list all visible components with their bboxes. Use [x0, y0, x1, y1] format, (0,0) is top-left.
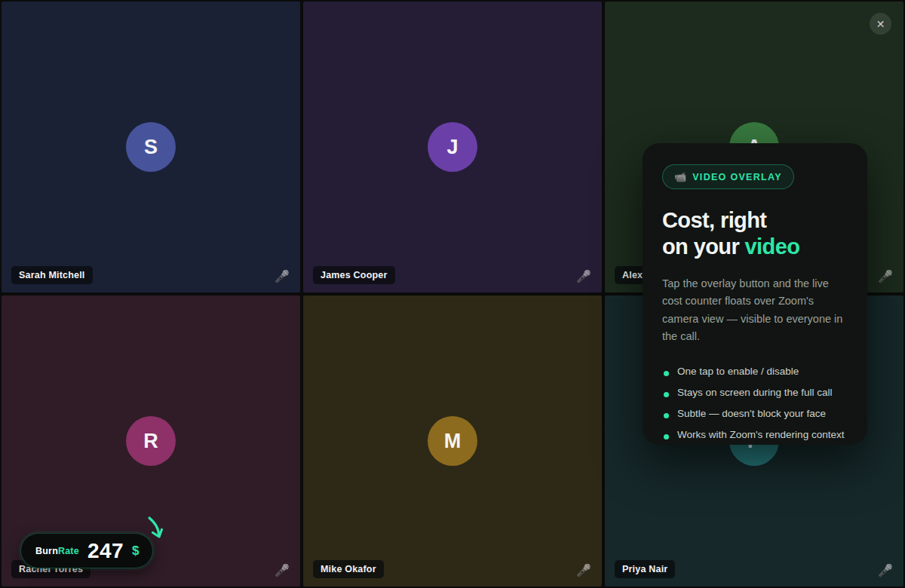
avatar: R — [126, 416, 176, 466]
burn-rate-brand: BurnRate — [35, 546, 79, 556]
participant-tile-sarah[interactable]: S Sarah Mitchell 🎤 — [2, 2, 300, 292]
participant-name-label: Mike Okafor — [313, 560, 384, 578]
bullet-item: One tap to enable / disable — [662, 361, 848, 382]
bullet-item: Works with Zoom's rendering context — [662, 424, 848, 446]
brand-suffix: Rate — [58, 546, 79, 556]
microphone-icon: 🎤 — [275, 563, 290, 577]
avatar: J — [428, 122, 477, 172]
badge-label: VIDEO OVERLAY — [692, 172, 782, 182]
promo-title: Cost, righton your video — [662, 207, 848, 260]
participant-tile-james[interactable]: J James Cooper 🎤 — [303, 2, 602, 292]
burn-rate-value: 247 — [87, 539, 124, 563]
brand-prefix: Burn — [35, 546, 58, 556]
participant-name-label: Priya Nair — [615, 560, 675, 578]
microphone-icon: 🎤 — [878, 563, 893, 577]
avatar: S — [126, 122, 176, 172]
bullet-item: Subtle — doesn't block your face — [662, 403, 848, 424]
participant-tile-mike[interactable]: M Mike Okafor 🎤 — [303, 296, 602, 586]
microphone-icon: 🎤 — [878, 269, 893, 283]
burn-rate-arrow-icon — [145, 515, 167, 545]
microphone-icon: 🎤 — [576, 269, 591, 283]
title-highlight: video — [745, 234, 800, 259]
promo-description: Tap the overlay button and the live cost… — [662, 275, 848, 346]
microphone-icon: 🎤 — [576, 563, 591, 577]
promo-bullet-list: One tap to enable / disable Stays on scr… — [662, 361, 848, 446]
bullet-item: Stays on screen during the full call — [662, 382, 848, 403]
title-line2-prefix: on your — [662, 234, 745, 259]
video-overlay-badge: 📹 VIDEO OVERLAY — [662, 164, 794, 189]
burn-rate-counter-pill[interactable]: BurnRate 247 $ — [20, 533, 153, 568]
title-line1: Cost, right — [662, 208, 766, 232]
avatar: M — [428, 416, 477, 466]
participant-name-label: Sarah Mitchell — [11, 266, 93, 284]
microphone-icon: 🎤 — [275, 269, 290, 283]
dollar-icon: $ — [132, 544, 139, 559]
video-overlay-promo-card: 📹 VIDEO OVERLAY Cost, righton your video… — [643, 143, 867, 445]
participant-name-label: James Cooper — [313, 266, 395, 284]
video-camera-icon: 📹 — [674, 171, 686, 182]
close-button[interactable]: ✕ — [870, 13, 891, 35]
